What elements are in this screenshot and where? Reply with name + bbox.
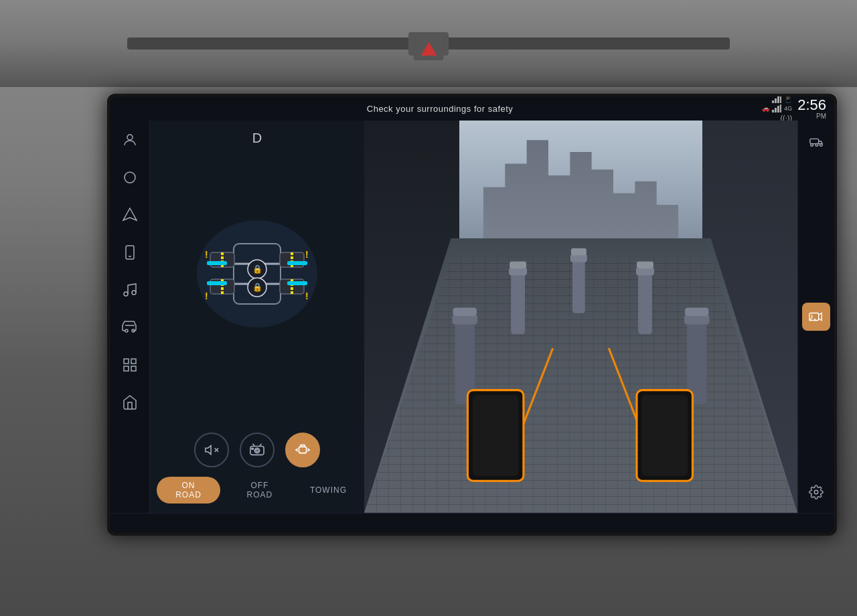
- surround-car-icon: [295, 443, 310, 457]
- svg-text:!: !: [305, 249, 309, 260]
- main-content: D: [110, 121, 834, 513]
- towing-icon-button[interactable]: [802, 127, 830, 155]
- network-row: 📱: [772, 96, 792, 103]
- svg-text:!: !: [205, 291, 208, 301]
- sidebar-item-navigation[interactable]: [117, 202, 143, 228]
- svg-rect-58: [638, 271, 652, 334]
- svg-rect-70: [641, 395, 688, 476]
- svg-text:🔒: 🔒: [252, 264, 262, 274]
- sidebar-item-user[interactable]: [117, 127, 143, 153]
- svg-rect-3: [780, 96, 781, 103]
- svg-rect-2: [777, 96, 779, 103]
- svg-text:🔒: 🔒: [252, 282, 262, 292]
- svg-rect-57: [510, 262, 526, 268]
- hazard-button[interactable]: [414, 37, 444, 60]
- svg-rect-19: [124, 366, 129, 371]
- svg-rect-1: [775, 98, 777, 103]
- user-icon: [122, 132, 138, 148]
- car-interior: cochesnet Check your surroundings for sa…: [0, 0, 857, 616]
- svg-point-77: [814, 490, 818, 494]
- svg-point-51: [305, 453, 306, 454]
- bollards-overlay: [364, 121, 797, 513]
- status-bar: Check your surroundings for safety 📱: [110, 96, 834, 121]
- svg-text:!: !: [305, 291, 309, 301]
- svg-point-47: [256, 449, 258, 452]
- sidebar-item-car[interactable]: [117, 315, 143, 340]
- mode-selector: ON ROAD OFF ROAD TOWING: [150, 473, 364, 508]
- mode-on-road[interactable]: ON ROAD: [157, 477, 220, 504]
- svg-rect-7: [780, 104, 781, 112]
- wifi-row: 🚗 4G: [762, 104, 792, 112]
- svg-rect-17: [124, 359, 129, 364]
- settings-icon: [809, 485, 824, 499]
- camera-view: [364, 121, 797, 513]
- svg-rect-30: [207, 261, 227, 265]
- svg-rect-0: [772, 100, 774, 103]
- svg-rect-20: [131, 366, 136, 371]
- bottom-controls: ON ROAD OFF ROAD TOWING: [150, 427, 364, 513]
- svg-point-9: [125, 172, 135, 183]
- phone-icon: [122, 244, 138, 260]
- svg-rect-54: [571, 248, 587, 255]
- svg-rect-49: [299, 447, 307, 453]
- svg-rect-18: [131, 359, 136, 364]
- 4g-badge: 4G: [784, 105, 792, 112]
- svg-rect-48: [252, 448, 254, 449]
- mute-button[interactable]: [194, 433, 229, 467]
- home-icon: [122, 394, 138, 410]
- svg-point-14: [132, 291, 136, 295]
- svg-rect-68: [473, 395, 519, 476]
- sidebar-item-music[interactable]: [117, 277, 143, 303]
- mode-off-road[interactable]: OFF ROAD: [226, 477, 294, 504]
- settings-icon-button[interactable]: [802, 478, 830, 506]
- sidebar-item-grid[interactable]: [117, 352, 143, 378]
- camera-view-button[interactable]: [240, 433, 275, 467]
- svg-rect-31: [287, 261, 307, 265]
- car-signal-icon: 🚗: [762, 105, 769, 112]
- svg-rect-60: [637, 262, 653, 268]
- status-message: Check your surroundings for safety: [118, 104, 762, 114]
- signal-icon: [772, 96, 781, 103]
- time-display: 2:56 PM: [797, 98, 826, 120]
- sidebar-item-phone[interactable]: [117, 240, 143, 265]
- svg-rect-65: [684, 315, 710, 325]
- svg-marker-10: [123, 208, 137, 220]
- svg-marker-42: [206, 446, 211, 455]
- right-side-panel: [797, 121, 834, 513]
- svg-point-13: [124, 292, 128, 296]
- svg-rect-33: [287, 281, 307, 285]
- svg-rect-63: [453, 307, 477, 316]
- signal2-icon: [772, 104, 781, 112]
- camera-icon: [250, 443, 264, 457]
- svg-rect-4: [772, 110, 774, 112]
- svg-point-50: [299, 453, 301, 454]
- time-hours: 2:56: [797, 98, 826, 112]
- status-right: 📱 🚗 4G: [762, 96, 826, 122]
- svg-rect-62: [452, 315, 477, 325]
- svg-point-74: [820, 144, 823, 147]
- svg-rect-11: [126, 246, 134, 259]
- svg-rect-32: [207, 281, 227, 285]
- music-icon: [122, 282, 138, 298]
- car-icon: [122, 319, 138, 335]
- svg-point-15: [125, 329, 128, 332]
- rear-camera-icon-button[interactable]: [802, 303, 830, 331]
- gear-indicator: D: [252, 131, 262, 146]
- status-icons: 📱 🚗 4G: [762, 96, 792, 122]
- svg-text:!: !: [205, 249, 208, 260]
- sidebar-item-circle[interactable]: [117, 165, 143, 190]
- infotainment-screen: Check your surroundings for safety 📱: [110, 96, 834, 533]
- control-buttons: [194, 433, 320, 467]
- svg-rect-55: [511, 271, 525, 334]
- vehicle-topdown-svg: 🔒 🔒 ! ! ! !: [177, 200, 337, 348]
- top-vent-area: [0, 0, 857, 87]
- phone-icon-small: 📱: [784, 96, 792, 103]
- svg-rect-5: [775, 108, 777, 112]
- surround-view-button[interactable]: [285, 433, 320, 467]
- circle-icon: [122, 169, 138, 185]
- center-terrain-panel: D: [150, 121, 364, 513]
- towing-icon: [809, 134, 824, 149]
- svg-rect-52: [572, 257, 585, 313]
- mode-towing[interactable]: TOWING: [299, 481, 358, 499]
- sidebar-item-home[interactable]: [117, 390, 143, 415]
